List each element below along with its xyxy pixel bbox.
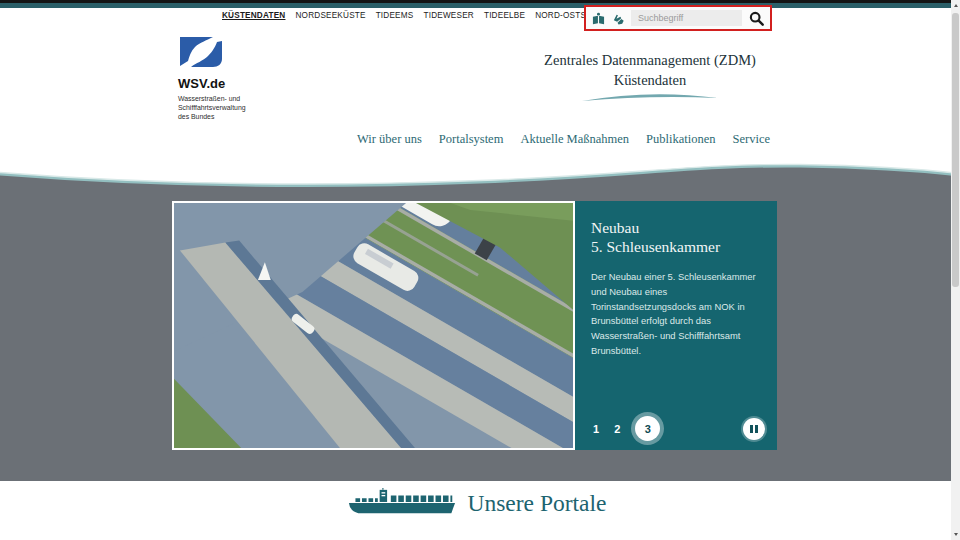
portals-section-header: Unsere Portale <box>0 488 952 519</box>
nav-aktuelle-massnahmen[interactable]: Aktuelle Maßnahmen <box>520 132 629 147</box>
title-swoosh-decoration <box>580 92 720 102</box>
container-ship-icon <box>346 488 458 519</box>
main-nav: Wir über uns Portalsystem Aktuelle Maßna… <box>357 132 770 147</box>
nav-wir-ueber-uns[interactable]: Wir über uns <box>357 132 422 147</box>
wave-divider <box>0 158 960 194</box>
logo-title: WSV.de <box>178 76 288 91</box>
hero-background-band: Neubau 5. Schleusenkammer Der Neubau ein… <box>0 160 960 481</box>
top-teal-bar <box>0 3 960 8</box>
utility-link-kuestendaten[interactable]: KÜSTENDATEN <box>222 11 285 20</box>
search-input[interactable] <box>631 10 742 26</box>
slider-pagination: 1 2 3 <box>593 416 765 441</box>
slider-pause-icon[interactable] <box>743 418 765 440</box>
scrollbar-thumb[interactable] <box>952 13 959 287</box>
scrollbar[interactable] <box>951 0 960 540</box>
nav-portalsystem[interactable]: Portalsystem <box>439 132 504 147</box>
scrollbar-down-arrow[interactable] <box>951 529 960 540</box>
slider-page-1[interactable]: 1 <box>593 423 599 435</box>
utility-link-nordseekueste[interactable]: NORDSEEKÜSTE <box>295 11 365 20</box>
sign-language-icon[interactable] <box>611 11 625 25</box>
search-icon[interactable] <box>748 10 765 27</box>
hero-slider: Neubau 5. Schleusenkammer Der Neubau ein… <box>172 201 777 450</box>
utility-link-tideweser[interactable]: TIDEWESER <box>423 11 473 20</box>
utility-link-tideems[interactable]: TIDEEMS <box>376 11 414 20</box>
easy-language-icon[interactable] <box>591 11 605 25</box>
nav-service[interactable]: Service <box>733 132 770 147</box>
hero-slide-image[interactable] <box>172 201 575 450</box>
logo-subtitle: Wasserstraßen- und Schifffahrtsverwaltun… <box>178 94 288 121</box>
slider-page-2[interactable]: 2 <box>614 423 620 435</box>
portals-heading: Unsere Portale <box>468 490 607 517</box>
page-title: Zentrales Datenmanagement (ZDM) Küstenda… <box>520 50 780 102</box>
wsv-logo-icon <box>178 54 224 71</box>
hero-slide-title: Neubau 5. Schleusenkammer <box>591 218 761 256</box>
scrollbar-up-arrow[interactable] <box>951 0 960 11</box>
utility-link-tideelbe[interactable]: TIDEELBE <box>484 11 525 20</box>
slider-page-3-active[interactable]: 3 <box>635 416 660 441</box>
hero-slide-text: Der Neubau einer 5. Schleusenkammer und … <box>591 270 761 359</box>
wsv-kuestendaten-homepage: KÜSTENDATEN NORDSEEKÜSTE TIDEEMS TIDEWES… <box>0 0 960 540</box>
search-area-annotation-highlight <box>584 5 772 31</box>
nav-publikationen[interactable]: Publikationen <box>646 132 715 147</box>
hero-slide-panel: Neubau 5. Schleusenkammer Der Neubau ein… <box>575 201 777 450</box>
logo-block[interactable]: WSV.de Wasserstraßen- und Schifffahrtsve… <box>178 36 288 121</box>
